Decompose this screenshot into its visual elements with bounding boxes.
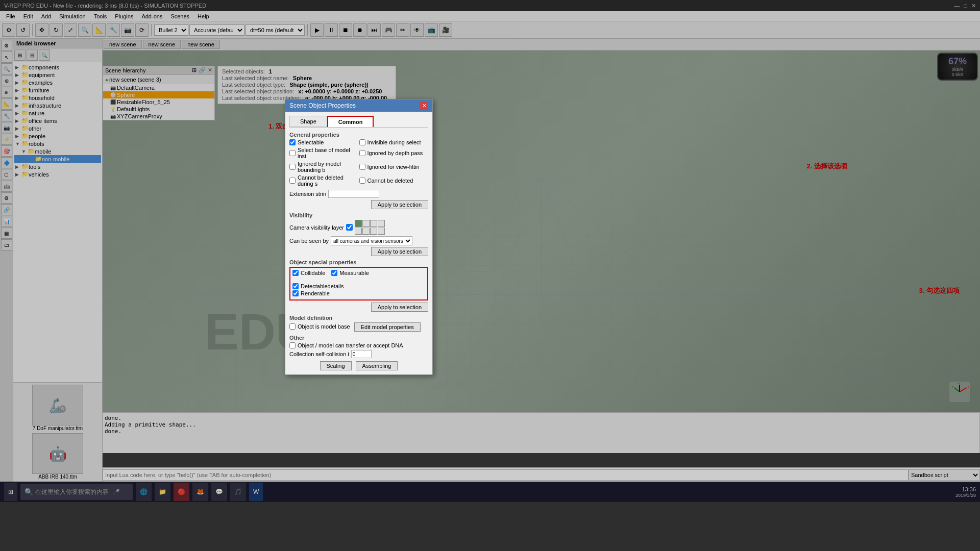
bottom-buttons-row: Scaling Assembling xyxy=(289,361,428,370)
vis-cell-1[interactable] xyxy=(355,220,362,227)
other-title: Other xyxy=(289,335,428,341)
tab-common[interactable]: Common xyxy=(327,116,374,127)
label-ignored-model-bounding: Ignored by model bounding b xyxy=(298,161,359,173)
apply-to-selection-2-button[interactable]: Apply to selection xyxy=(371,247,428,256)
collection-self-collision-row: Collection self-collision i xyxy=(289,350,428,358)
model-definition-title: Model definition xyxy=(289,315,428,321)
modal-close-button[interactable]: ✕ xyxy=(420,102,428,110)
visibility-grid-container xyxy=(355,220,385,235)
label-selectable: Selectable xyxy=(298,139,324,145)
special-properties-box: Collidable Measurable Detectabledetails … xyxy=(289,267,428,300)
general-properties-title: General properties xyxy=(289,132,428,138)
can-be-seen-by-label: Can be seen by xyxy=(289,238,329,244)
assembling-button[interactable]: Assembling xyxy=(356,361,398,370)
camera-visibility-checkbox[interactable] xyxy=(346,224,353,231)
modal-body: Shape Common General properties Selectab… xyxy=(285,112,432,374)
label-select-base: Select base of model inst xyxy=(298,147,359,159)
visibility-title: Visibility xyxy=(289,212,428,218)
checkbox-select-base[interactable] xyxy=(289,150,296,156)
row-selectable: Selectable xyxy=(289,139,359,145)
collection-self-collision-label: Collection self-collision i xyxy=(289,351,349,357)
camera-visibility-row: Camera visibility layer xyxy=(289,220,428,235)
checkbox-ignored-view-fitting[interactable] xyxy=(359,164,365,170)
row-cannot-be-deleted-during: Cannot be deleted during s xyxy=(289,174,359,187)
checkbox-ignored-model-bounding[interactable] xyxy=(289,164,296,170)
row-object-model-dna: Object / model can transfer or accept DN… xyxy=(289,342,428,348)
label-measurable: Measurable xyxy=(339,270,369,276)
scaling-button[interactable]: Scaling xyxy=(320,361,352,370)
edit-model-properties-button[interactable]: Edit model properties xyxy=(354,322,421,332)
extension-string-row: Extension strin xyxy=(289,190,428,198)
row-object-is-model-base: Object is model base xyxy=(289,323,350,330)
checkbox-renderable[interactable] xyxy=(292,290,299,296)
checkbox-cannot-deleted-during[interactable] xyxy=(289,178,296,184)
label-cannot-deleted: Cannot be deleted xyxy=(368,178,413,184)
checkbox-measurable[interactable] xyxy=(331,270,337,276)
general-properties-grid: Selectable Invisible during select Selec… xyxy=(289,139,428,188)
row-collidable: Collidable xyxy=(292,270,325,276)
row-detectable-details: Detectabledetails xyxy=(292,283,344,289)
object-special-title: Object special properties xyxy=(289,259,428,265)
vis-cell-2[interactable] xyxy=(362,220,370,227)
row-select-base: Select base of model inst xyxy=(289,147,359,159)
row-renderable: Renderable xyxy=(292,290,425,296)
label-ignored-view-fitting: Ignored for view-fittin xyxy=(368,164,420,170)
label-renderable: Renderable xyxy=(301,290,330,296)
row-measurable: Measurable xyxy=(331,270,369,276)
apply-to-selection-3-button[interactable]: Apply to selection xyxy=(371,303,428,312)
can-be-seen-by-dropdown[interactable]: all cameras and vision sensors xyxy=(331,236,412,245)
vis-cell-6[interactable] xyxy=(362,228,370,235)
label-detectable-details: Detectabledetails xyxy=(301,283,344,289)
modal-tabs: Shape Common xyxy=(289,116,428,128)
label-object-model-dna: Object / model can transfer or accept DN… xyxy=(298,342,403,348)
checkbox-collidable[interactable] xyxy=(292,270,299,276)
vis-cell-5[interactable] xyxy=(355,228,362,235)
modal-title: Scene Object Properties xyxy=(289,102,356,109)
model-definition-row: Object is model base Edit model properti… xyxy=(289,322,428,332)
vis-cell-3[interactable] xyxy=(370,220,377,227)
label-ignored-depth-pass: Ignored by depth pass xyxy=(368,150,423,156)
label-invisible-during-select: Invisible during select xyxy=(368,139,421,145)
vis-cell-4[interactable] xyxy=(378,220,385,227)
row-ignored-by-depth-pass: Ignored by depth pass xyxy=(359,147,429,159)
extension-string-label: Extension strin xyxy=(289,191,326,197)
apply-to-selection-1-button[interactable]: Apply to selection xyxy=(371,200,428,209)
special-props-row1: Collidable Measurable Detectabledetails xyxy=(292,270,425,290)
checkbox-detectable-details[interactable] xyxy=(292,283,299,289)
row-ignored-for-view-fitting: Ignored for view-fittin xyxy=(359,161,429,173)
modal-titlebar: Scene Object Properties ✕ xyxy=(285,99,432,112)
checkbox-object-model-base[interactable] xyxy=(289,323,296,330)
label-object-model-base: Object is model base xyxy=(298,323,350,330)
vis-cell-8[interactable] xyxy=(378,228,385,235)
apply-selection-3-row: Apply to selection xyxy=(289,303,428,312)
camera-visibility-label: Camera visibility layer xyxy=(289,224,344,231)
row-cannot-be-deleted: Cannot be deleted xyxy=(359,174,429,187)
apply-selection-1-row: Apply to selection xyxy=(289,200,428,209)
apply-selection-2-row: Apply to selection xyxy=(289,247,428,256)
visibility-row-1 xyxy=(355,220,385,227)
checkbox-invisible-during-select[interactable] xyxy=(359,139,365,145)
tab-shape[interactable]: Shape xyxy=(289,116,327,127)
row-ignored-by-model-bounding: Ignored by model bounding b xyxy=(289,161,359,173)
checkbox-object-model-dna[interactable] xyxy=(289,342,296,348)
row-invisible-during-select: Invisible during select xyxy=(359,139,429,145)
modal-overlay: Scene Object Properties ✕ Shape Common G… xyxy=(0,0,980,551)
collection-self-collision-input[interactable] xyxy=(351,350,372,358)
label-collidable: Collidable xyxy=(301,270,325,276)
checkbox-ignored-depth-pass[interactable] xyxy=(359,150,365,156)
scene-object-properties-dialog: Scene Object Properties ✕ Shape Common G… xyxy=(285,99,433,375)
vis-cell-7[interactable] xyxy=(370,228,377,235)
can-be-seen-by-row: Can be seen by all cameras and vision se… xyxy=(289,236,428,245)
checkbox-cannot-deleted[interactable] xyxy=(359,178,365,184)
checkbox-selectable[interactable] xyxy=(289,139,296,145)
extension-string-input[interactable] xyxy=(328,190,379,198)
visibility-row-2 xyxy=(355,228,385,235)
label-cannot-deleted-during: Cannot be deleted during s xyxy=(298,174,359,187)
